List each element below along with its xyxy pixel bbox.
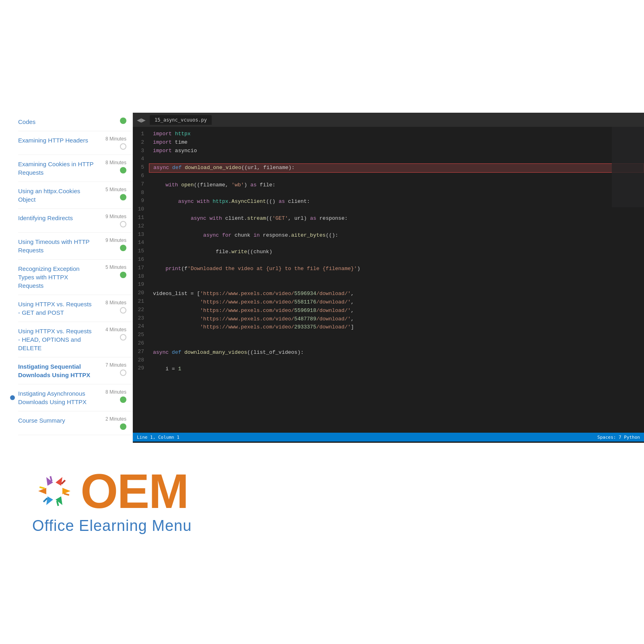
sidebar-item-dot-using-timeouts (120, 245, 126, 251)
svg-marker-2 (62, 488, 70, 494)
sidebar-item-minutes-httpx-vs-requests-get-post: 8 Minutes (105, 300, 126, 305)
line-number-20: 20 (136, 289, 144, 297)
sidebar-item-title-httpx-vs-requests-get-post: Using HTTPX vs. Requests - GET and POST (18, 301, 92, 316)
line-number-27: 27 (136, 348, 144, 356)
code-line-19 (149, 281, 644, 290)
code-line-11: async with client.stream(('GET', url) as… (149, 215, 644, 223)
line-number-10: 10 (136, 205, 144, 214)
logo-oem-text: OEM (80, 467, 188, 515)
code-line-26 (149, 340, 644, 349)
sidebar-item-title-instigating-async: Instigating Asynchronous Downloads Using… (18, 390, 87, 405)
sidebar-item-minutes-instigating-sequential: 7 Minutes (105, 362, 126, 368)
code-line-10 (149, 206, 644, 215)
line-number-2: 2 (136, 138, 144, 147)
line-number-22: 22 (136, 306, 144, 314)
code-line-24: 'https://www.pexels.com/video/2933375/do… (149, 323, 644, 332)
sidebar-item-examining-cookies[interactable]: Examining Cookies in HTTP Requests8 Minu… (18, 155, 132, 182)
editor-statusbar: Line 1, Column 1 Spaces: 7 Python (133, 433, 644, 442)
line-number-14: 14 (136, 239, 144, 247)
line-number-24: 24 (136, 322, 144, 331)
code-content: 1234567891011121314151617181920212223242… (133, 127, 644, 433)
code-line-1: import httpx (149, 130, 644, 138)
line-number-3: 3 (136, 147, 144, 155)
active-bullet-icon (10, 395, 15, 400)
editor-arrows-icon: ◀▶ (137, 117, 146, 123)
sidebar-item-minutes-examining-http-headers: 8 Minutes (105, 136, 126, 142)
statusbar-position: Line 1, Column 1 (137, 435, 180, 440)
code-line-7: with open((filename, 'wb') as file: (149, 181, 644, 190)
sidebar-item-dot-recognizing-exceptions (120, 272, 126, 278)
editor-tab[interactable]: 15_async_vcuuos.py (150, 115, 212, 125)
sidebar-item-dot-codes (120, 118, 126, 124)
code-line-17: print(f'Downloaded the video at {url} to… (149, 265, 644, 273)
sidebar-item-title-httpx-vs-requests-head: Using HTTPX vs. Requests - HEAD, OPTIONS… (18, 328, 92, 351)
line-number-15: 15 (136, 247, 144, 256)
svg-marker-5 (38, 488, 46, 494)
sidebar-item-title-recognizing-exceptions: Recognizing Exception Types with HTTPX R… (18, 265, 80, 289)
sidebar-item-identifying-redirects[interactable]: Identifying Redirects9 Minutes (18, 209, 132, 233)
svg-line-7 (62, 480, 65, 484)
line-numbers: 1234567891011121314151617181920212223242… (133, 127, 149, 433)
line-number-12: 12 (136, 222, 144, 231)
sidebar-item-minutes-recognizing-exceptions: 5 Minutes (105, 264, 126, 270)
line-number-25: 25 (136, 331, 144, 339)
minimap (612, 127, 644, 207)
sidebar-item-dot-instigating-sequential (120, 369, 126, 376)
sidebar-item-httpx-vs-requests-head[interactable]: Using HTTPX vs. Requests - HEAD, OPTIONS… (18, 322, 132, 357)
sidebar-item-dot-httpx-vs-requests-get-post (120, 307, 126, 314)
sidebar-item-dot-examining-http-headers (120, 143, 126, 150)
line-number-26: 26 (136, 339, 144, 348)
sidebar-item-course-summary[interactable]: Course Summary2 Minutes (18, 411, 132, 435)
sidebar-item-minutes-instigating-async: 8 Minutes (105, 389, 126, 395)
line-number-23: 23 (136, 314, 144, 323)
sidebar-item-dot-course-summary (120, 423, 126, 430)
line-number-1: 1 (136, 130, 144, 138)
code-line-9: async with httpx.AsyncClient(() as clien… (149, 198, 644, 206)
sidebar-item-httpx-vs-requests-get-post[interactable]: Using HTTPX vs. Requests - GET and POST8… (18, 295, 132, 322)
code-line-29: i = 1 (149, 365, 644, 374)
sidebar-item-title-identifying-redirects: Identifying Redirects (18, 215, 73, 221)
sidebar-item-minutes-using-timeouts: 9 Minutes (105, 237, 126, 243)
sidebar-item-dot-httpx-cookies (120, 194, 126, 200)
line-number-21: 21 (136, 297, 144, 306)
sidebar-item-examining-http-headers[interactable]: Examining HTTP Headers8 Minutes (18, 131, 132, 155)
sidebar-item-codes[interactable]: Codes (18, 113, 132, 131)
content-row: CodesExamining HTTP Headers8 MinutesExam… (0, 113, 644, 443)
bottom-area: OEM Office Elearning Menu (0, 443, 644, 644)
sidebar-item-minutes-course-summary: 2 Minutes (105, 416, 126, 422)
svg-line-10 (43, 498, 47, 502)
sidebar-item-recognizing-exceptions[interactable]: Recognizing Exception Types with HTTPX R… (18, 260, 132, 295)
code-line-6 (149, 173, 644, 181)
sidebar-item-dot-identifying-redirects (120, 221, 126, 227)
sidebar-item-minutes-httpx-vs-requests-head: 4 Minutes (105, 327, 126, 332)
sidebar-item-instigating-async[interactable]: Instigating Asynchronous Downloads Using… (18, 384, 132, 411)
code-line-15: file.write((chunk) (149, 248, 644, 256)
line-number-28: 28 (136, 356, 144, 365)
code-line-28 (149, 357, 644, 365)
code-area: ◀▶ 15_async_vcuuos.py 123456789101112131… (133, 113, 644, 443)
main-container: CodesExamining HTTP Headers8 MinutesExam… (0, 0, 644, 644)
code-line-12 (149, 223, 644, 231)
code-lines: import httpximport timeimport asyncio as… (149, 127, 644, 433)
sidebar-item-httpx-cookies[interactable]: Using an httpx.Cookies Object5 Minutes (18, 182, 132, 209)
line-number-4: 4 (136, 155, 144, 163)
line-number-11: 11 (136, 214, 144, 222)
line-number-17: 17 (136, 264, 144, 272)
sidebar-item-title-codes: Codes (18, 118, 35, 125)
logo-subtitle: Office Elearning Menu (32, 517, 192, 535)
line-number-29: 29 (136, 364, 144, 373)
oem-logo-arrows-icon (32, 469, 76, 513)
sidebar-item-minutes-examining-cookies: 8 Minutes (105, 160, 126, 165)
sidebar-item-instigating-sequential[interactable]: Instigating Sequential Downloads Using H… (18, 357, 132, 384)
line-number-16: 16 (136, 256, 144, 264)
logo-top: OEM (32, 467, 188, 515)
code-line-2: import time (149, 138, 644, 147)
code-line-21: 'https://www.pexels.com/video/5581176/do… (149, 298, 644, 307)
svg-line-8 (64, 493, 69, 495)
logo-container: OEM Office Elearning Menu (32, 467, 192, 535)
code-line-23: 'https://www.pexels.com/video/5487789/do… (149, 315, 644, 324)
sidebar-item-using-timeouts[interactable]: Using Timeouts with HTTP Requests9 Minut… (18, 233, 132, 260)
sidebar-item-dot-instigating-async (120, 396, 126, 403)
sidebar-item-minutes-httpx-cookies: 5 Minutes (105, 187, 126, 192)
line-number-18: 18 (136, 272, 144, 281)
